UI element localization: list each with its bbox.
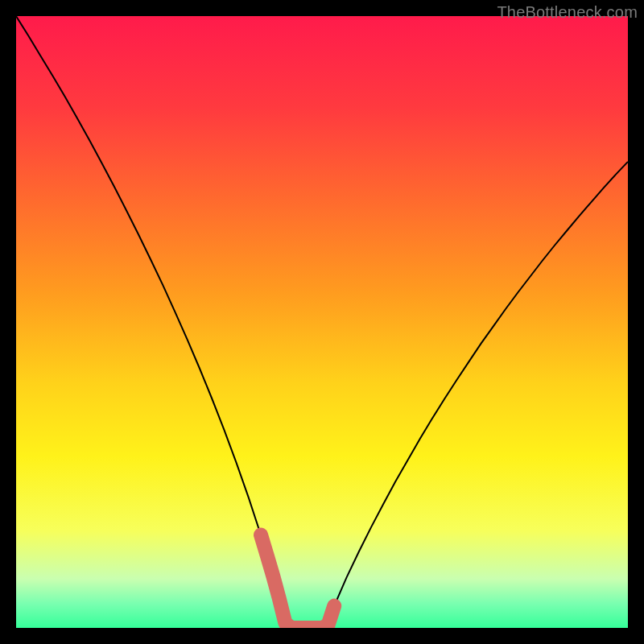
- gradient-background: [16, 16, 628, 628]
- chart-frame: TheBottleneck.com: [0, 0, 644, 644]
- chart-plot-area: [16, 16, 628, 628]
- watermark-label: TheBottleneck.com: [497, 3, 638, 22]
- chart-svg: [16, 16, 628, 628]
